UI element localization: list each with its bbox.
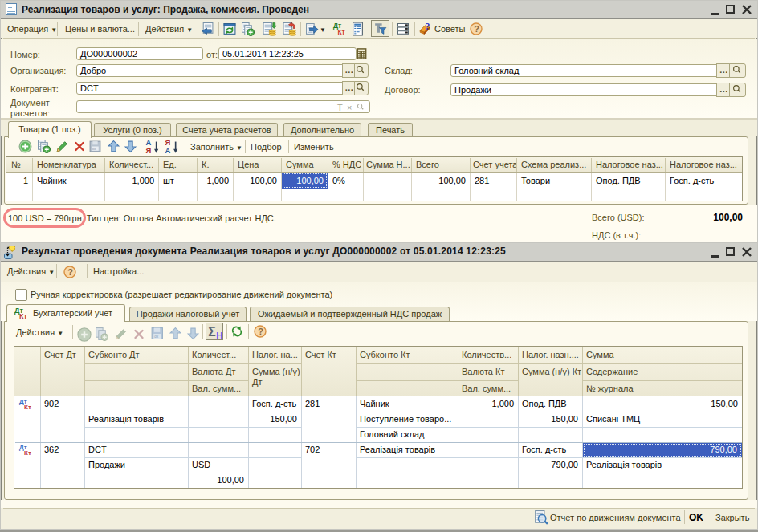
svg-text:Σ: Σ [208,325,215,339]
svg-text:А: А [165,146,171,154]
svg-text:Кт: Кт [337,28,344,36]
svg-text:Я: Я [146,146,152,154]
svg-text:ок: ок [92,147,96,151]
svg-text:?: ? [258,327,263,336]
svg-text:?: ? [67,267,73,277]
svg-text:?: ? [474,24,479,34]
svg-text:?: ? [426,22,430,32]
svg-text:Н: Н [216,331,222,339]
